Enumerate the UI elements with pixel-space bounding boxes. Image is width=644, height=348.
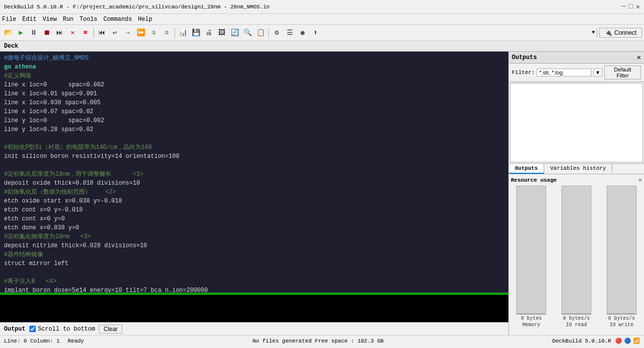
menu-view[interactable]: View <box>43 16 57 23</box>
toolbar-view-btn[interactable]: ◉ <box>297 27 309 39</box>
connect-label: Connect <box>614 29 637 36</box>
deck-label: Deck <box>4 43 18 50</box>
main-container: #微电子综合设计_杨博立_NMOS go athena #定义网络 line x… <box>0 52 644 335</box>
file-info: No files generated Free space : 102.3 GB <box>252 338 384 344</box>
deck-tab-bar: Deck <box>0 41 644 52</box>
toolbar-skip-btn[interactable]: ↩ <box>109 27 121 39</box>
editor-line-19: #淀积氮化物厚度为28nm <3> <box>4 232 504 241</box>
toolbar-x-btn[interactable]: ✕ <box>67 27 79 39</box>
toolbar-fwd2-btn[interactable]: ⏩ <box>135 27 147 39</box>
io-write-label: IO write <box>610 322 634 328</box>
toolbar-mode-btn[interactable]: ☰ <box>284 27 296 39</box>
tab-outputs[interactable]: Outputs <box>509 164 544 174</box>
close-button[interactable]: ✕ <box>636 2 640 11</box>
toolbar-sep1 <box>93 28 94 38</box>
io-write-bar-container: 0 bytes/s IO write <box>607 186 637 328</box>
toolbar-x2-btn[interactable]: ✖ <box>80 27 91 39</box>
status-right: DeckBuild 5.0.10.R 🔴 🔵 📶 <box>552 338 640 344</box>
default-filter-button[interactable]: Default Filter <box>604 66 641 79</box>
io-read-label: IO read <box>566 322 587 328</box>
status-left: Line: 0 Column: 1 Ready <box>4 338 84 344</box>
menu-tools[interactable]: Tools <box>80 16 97 23</box>
toolbar-sep3 <box>268 28 269 38</box>
menu-help[interactable]: Help <box>138 16 153 23</box>
toolbar-open-btn[interactable]: 📂 <box>2 27 14 39</box>
editor-line-blank1 <box>4 134 504 143</box>
menu-file[interactable]: File <box>2 16 16 23</box>
editor-line-23: #离子注入B <4> <box>4 277 504 286</box>
toolbar-print-btn[interactable]: 🖨 <box>203 27 215 39</box>
editor-line-7: line x loc=0.07 spac=0.02 <box>4 107 504 116</box>
editor-line-22: struct mirror left <box>4 259 504 268</box>
editor-line-4: line x loc=0 spac=0.002 <box>4 80 504 89</box>
editor-line-16: etch cont x=0 y=-0.018 <box>4 206 504 214</box>
output-footer: Output Scroll to bottom Clear <box>0 322 508 335</box>
resource-close-icon[interactable]: ✕ <box>639 176 642 184</box>
memory-bar-container: 0 bytes Memory <box>516 186 546 328</box>
io-write-value: 0 bytes/s <box>608 316 635 321</box>
editor-line-8: line y loc=0 spac=0.002 <box>4 116 504 125</box>
toolbar-img-btn[interactable]: 🖼 <box>216 27 228 39</box>
editor-line-13: deposit oxide thick=0.018 divisions=10 <box>4 179 504 188</box>
toolbar: 📂 ▶ ⏸ ⏹ ⏭ ✕ ✖ ⏮ ↩ → ⏩ ① ② 📊 💾 🖨 🖼 🔄 🔍 📋 … <box>0 25 644 41</box>
filter-label: Filter: <box>512 70 535 75</box>
menu-edit[interactable]: Edit <box>22 16 37 23</box>
menu-run[interactable]: Run <box>63 16 74 23</box>
line-col-indicator: Line: 0 Column: 1 <box>4 338 60 344</box>
title-bar: DeckBuild 5.0.10.R - F:/project_academic… <box>0 0 644 14</box>
toolbar-stop-btn[interactable]: ⏹ <box>41 27 53 39</box>
toolbar-sep2 <box>174 28 175 38</box>
filter-input[interactable] <box>537 69 591 76</box>
toolbar-1-btn[interactable]: ① <box>148 27 160 39</box>
toolbar-settings-btn[interactable]: ⚙ <box>271 27 283 39</box>
toolbar-dropdown-arrow[interactable]: ▼ <box>592 30 595 35</box>
editor-line-3: #定义网络 <box>4 71 504 80</box>
editor-area[interactable]: #微电子综合设计_杨博立_NMOS go athena #定义网络 line x… <box>0 52 508 292</box>
filter-dropdown-button[interactable]: ▼ <box>593 69 602 76</box>
scroll-to-bottom-label[interactable]: Scroll to bottom <box>29 326 95 333</box>
toolbar-save-btn[interactable]: 💾 <box>190 27 202 39</box>
editor-line-20: deposit nitride thick=0.028 divisions=10 <box>4 241 504 250</box>
filter-bar: Filter: ▼ Default Filter <box>509 64 644 82</box>
memory-bar-track <box>516 186 546 315</box>
app-version-label: DeckBuild 5.0.10.R <box>552 338 611 344</box>
scroll-to-bottom-checkbox[interactable] <box>29 326 36 332</box>
io-read-bar-track <box>562 186 591 315</box>
toolbar-step-btn[interactable]: ⏭ <box>54 27 66 39</box>
toolbar-rewind-btn[interactable]: ⏮ <box>96 27 108 39</box>
status-icon-3: 📶 <box>633 338 640 344</box>
toolbar-copy-btn[interactable]: 📋 <box>254 27 266 39</box>
output-console[interactable] <box>0 292 508 322</box>
toolbar-pause-btn[interactable]: ⏸ <box>28 27 40 39</box>
toolbar-2-btn[interactable]: ② <box>161 27 172 39</box>
toolbar-fwd-btn[interactable]: → <box>122 27 134 39</box>
status-icon-1: 🔴 <box>615 338 622 344</box>
toolbar-refresh-btn[interactable]: 🔄 <box>229 27 241 39</box>
toolbar-run-btn[interactable]: ▶ <box>15 27 27 39</box>
menu-commands[interactable]: Commands <box>103 16 132 23</box>
toolbar-export-btn[interactable]: ⬆ <box>310 27 322 39</box>
editor-line-6: line x loc=0.038 spac=0.005 <box>4 98 504 107</box>
outputs-close-icon[interactable]: ✕ <box>637 53 641 62</box>
output-green-indicator <box>0 293 508 295</box>
editor-line-11: init silicon boron resistivity=14 orient… <box>4 152 504 161</box>
connect-button[interactable]: 🔌 Connect <box>599 28 642 38</box>
clear-button[interactable]: Clear <box>99 325 122 334</box>
status-icon-2: 🔵 <box>624 338 631 344</box>
resource-usage-title: Resource usage <box>511 177 557 183</box>
editor-line-17: etch cont x=0 y=0 <box>4 214 504 223</box>
restore-button[interactable]: □ <box>629 2 633 11</box>
tab-variables-history[interactable]: Variables history <box>544 164 612 174</box>
minimize-button[interactable]: ─ <box>622 2 626 11</box>
toolbar-graph-btn[interactable]: 📊 <box>177 27 189 39</box>
io-read-bar-container: 0 bytes/s IO read <box>562 186 591 328</box>
editor-line-14: #刻蚀氧化层（数据为蚀刻范围） <2> <box>4 188 504 197</box>
editor-line-10: #初始化P型Si（衬底）的电阻率为14Ω/cm，晶向为100 <box>4 143 504 152</box>
toolbar-zoom-btn[interactable]: 🔍 <box>242 27 253 39</box>
left-panel: #微电子综合设计_杨博立_NMOS go athena #定义网络 line x… <box>0 52 509 335</box>
editor-line-15: etch oxide start x=0.038 y=-0.018 <box>4 197 504 206</box>
editor-line-9: line y loc=0.28 spac=0.02 <box>4 125 504 134</box>
editor-line-18: etch done x=0.038 y=0 <box>4 223 504 232</box>
editor-line-blank3 <box>4 268 504 277</box>
output-label: Output <box>4 326 25 333</box>
